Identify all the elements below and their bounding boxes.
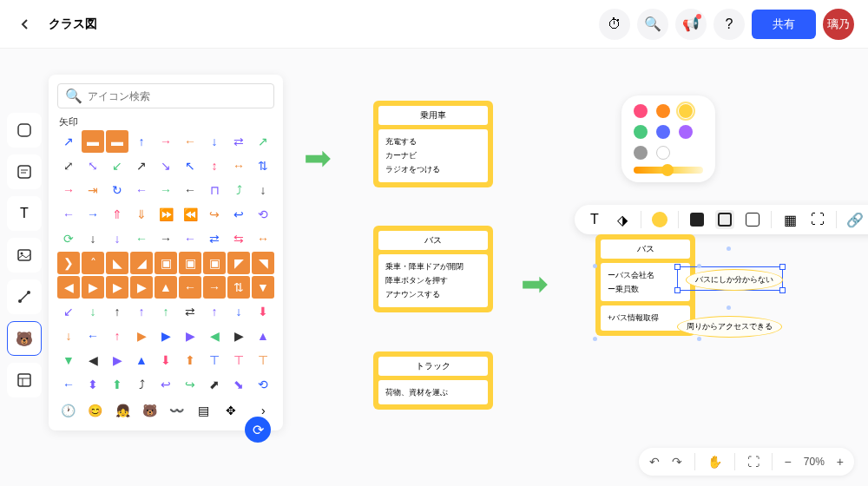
card-bus1[interactable]: バス 乗車・降車ドアが開閉 降車ボタンを押す アナウンスする: [373, 226, 493, 312]
fill-outline[interactable]: [715, 210, 734, 229]
fill-solid[interactable]: [687, 210, 707, 229]
arrow-glyph[interactable]: ←: [130, 179, 153, 201]
arrow-glyph[interactable]: ▲: [155, 276, 177, 299]
arrow-glyph[interactable]: ⬆: [106, 373, 128, 396]
avatar[interactable]: 璃乃: [823, 9, 854, 40]
arrow-glyph[interactable]: →: [155, 179, 177, 201]
zoom-in-icon[interactable]: +: [837, 455, 844, 469]
arrow-glyph[interactable]: ←: [179, 227, 201, 250]
arrow-glyph[interactable]: ←: [57, 373, 80, 396]
color-picker[interactable]: [621, 95, 715, 182]
arrow-glyph[interactable]: ◢: [130, 252, 153, 274]
arrow-glyph[interactable]: ⇄: [179, 300, 201, 323]
color-white[interactable]: [656, 146, 670, 160]
arrow-glyph[interactable]: ⇄: [203, 227, 226, 250]
person-icon[interactable]: 👧: [112, 399, 134, 422]
sticky-tool[interactable]: [7, 154, 42, 189]
arrow-glyph[interactable]: ⤢: [57, 154, 80, 177]
icon-search-input[interactable]: [88, 90, 266, 102]
shape-tool[interactable]: [7, 113, 42, 148]
arrow-glyph[interactable]: ▬: [82, 130, 104, 153]
arrow-glyph[interactable]: ⇆: [227, 227, 250, 250]
arrow-glyph[interactable]: ▣: [203, 252, 226, 274]
arrow-glyph[interactable]: ←: [179, 130, 201, 153]
arrow-glyph[interactable]: ↗: [252, 130, 274, 153]
hand-icon[interactable]: ✋: [707, 455, 722, 469]
arrow-glyph[interactable]: ▼: [57, 349, 80, 371]
arrow-glyph[interactable]: ⊤: [203, 349, 226, 371]
arrow-glyph[interactable]: ⇅: [227, 276, 250, 299]
arrow-glyph[interactable]: ˄: [82, 252, 104, 274]
arrow-glyph[interactable]: ⬇: [155, 349, 177, 371]
arrow-glyph[interactable]: ↙: [57, 300, 80, 323]
wave-icon[interactable]: 〰️: [166, 399, 187, 422]
arrow-glyph[interactable]: ⬈: [203, 373, 226, 396]
arrow-glyph[interactable]: ←: [57, 203, 80, 226]
bear-icon[interactable]: 🐻: [139, 399, 161, 422]
arrow-glyph[interactable]: ↔: [252, 227, 274, 250]
arrow-glyph[interactable]: ↻: [106, 179, 128, 201]
arrow-glyph[interactable]: ↘: [155, 154, 177, 177]
arrow-glyph[interactable]: ▶: [82, 276, 104, 299]
arrow-glyph[interactable]: ❯: [57, 252, 80, 274]
arrow-glyph[interactable]: ▶: [227, 325, 250, 347]
arrow-glyph[interactable]: ↑: [106, 325, 128, 347]
annotation-2[interactable]: 周りからアクセスできる: [677, 316, 782, 338]
arrow-glyph[interactable]: ↩: [155, 373, 177, 396]
color-purple[interactable]: [679, 125, 693, 139]
arrow-glyph[interactable]: ⏩: [155, 203, 177, 226]
image-tool[interactable]: [7, 238, 42, 273]
arrow-glyph[interactable]: →: [155, 227, 177, 250]
arrow-glyph[interactable]: ⏪: [179, 203, 201, 226]
arrow-glyph[interactable]: ↔: [227, 154, 250, 177]
arrow-glyph[interactable]: ◣: [106, 252, 128, 274]
timer-icon[interactable]: ⏱: [599, 9, 630, 40]
arrow-glyph[interactable]: ↓: [203, 130, 226, 153]
pattern-icon[interactable]: ▦: [780, 210, 799, 229]
search-icon[interactable]: 🔍: [637, 9, 668, 40]
arrow-glyph[interactable]: ↓: [82, 227, 104, 250]
share-button[interactable]: 共有: [752, 10, 816, 39]
color-green[interactable]: [634, 125, 648, 139]
arrow-glyph[interactable]: ▲: [130, 349, 153, 371]
arrow-glyph[interactable]: ⬇: [252, 300, 274, 323]
arrow-glyph[interactable]: ⬊: [227, 373, 250, 396]
fill-none[interactable]: [743, 210, 762, 229]
canvas[interactable]: ➡ 乗用車 充電する カーナビ ラジオをつける バス 乗車・降車ドアが開閉 降車…: [295, 61, 868, 486]
shape-style-icon[interactable]: ⬗: [613, 210, 632, 229]
arrow-glyph[interactable]: ⤴: [227, 179, 250, 201]
arrow-glyph[interactable]: ↓: [57, 325, 80, 347]
arrow-glyph[interactable]: ↑: [130, 300, 153, 323]
arrow-glyph[interactable]: ←: [179, 276, 201, 299]
annotation-1[interactable]: バスにしか分からない: [686, 269, 783, 291]
arrow-glyph[interactable]: ⇥: [82, 179, 104, 201]
arrow-glyph[interactable]: ⟳: [57, 227, 80, 250]
arrow-glyph[interactable]: ↪: [179, 373, 201, 396]
color-slider[interactable]: [634, 167, 703, 174]
move-icon[interactable]: ✥: [220, 399, 242, 422]
arrow-glyph[interactable]: ⊤: [252, 349, 274, 371]
arrow-glyph[interactable]: ↓: [227, 300, 250, 323]
arrow-glyph[interactable]: ↑: [106, 300, 128, 323]
arrow-glyph[interactable]: ▲: [252, 325, 274, 347]
arrow-glyph[interactable]: ▶: [106, 276, 128, 299]
arrow-glyph[interactable]: ⟲: [252, 203, 274, 226]
card-truck[interactable]: トラック 荷物、資材を運ぶ: [373, 351, 493, 410]
arrow-glyph[interactable]: ◀: [57, 276, 80, 299]
clock-icon[interactable]: 🕐: [57, 399, 79, 422]
sync-icon[interactable]: ⟳: [245, 417, 271, 443]
face-icon[interactable]: 😊: [84, 399, 106, 422]
arrow-glyph[interactable]: ⇓: [130, 203, 153, 226]
arrow-glyph[interactable]: ⇄: [227, 130, 250, 153]
arrow-glyph[interactable]: ▼: [252, 276, 274, 299]
arrow-glyph[interactable]: ▶: [106, 349, 128, 371]
arrow-glyph[interactable]: →: [57, 179, 80, 201]
arrow-glyph[interactable]: ⇑: [106, 203, 128, 226]
icon-library-tool[interactable]: 🐻: [7, 321, 42, 356]
arrow-glyph[interactable]: ←: [82, 325, 104, 347]
arrow-glyph[interactable]: ↓: [106, 227, 128, 250]
expand-icon[interactable]: ⛶: [808, 210, 827, 229]
link-icon[interactable]: 🔗: [845, 210, 865, 229]
text-style-icon[interactable]: T: [585, 210, 604, 229]
announce-icon[interactable]: 📢: [675, 9, 707, 40]
